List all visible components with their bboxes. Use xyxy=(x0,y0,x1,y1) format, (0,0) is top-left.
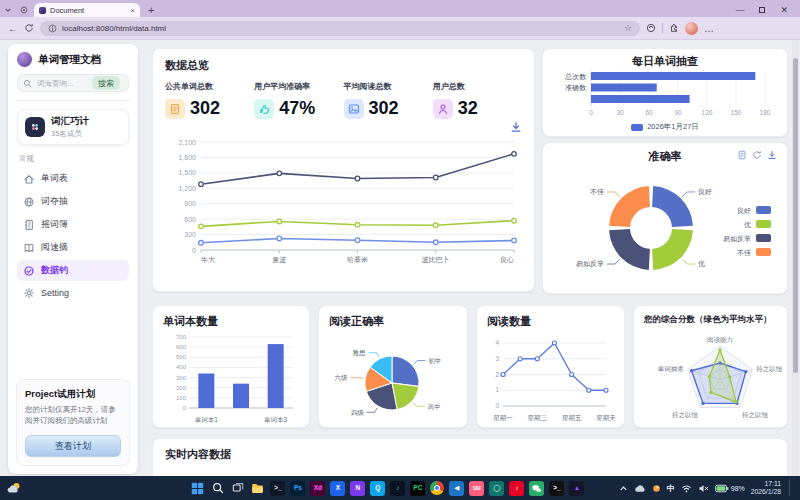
search-input[interactable] xyxy=(35,78,89,89)
realtime-data-card: 实时内容数据 雅思雅思雅思 xyxy=(152,438,788,476)
search-button[interactable]: 搜索 xyxy=(92,76,120,90)
trial-card: Project试用计划 您的计划仅离开12天，请参阅并订阅我们的高级计划 查看计… xyxy=(16,379,130,466)
svg-text:0: 0 xyxy=(183,405,187,411)
new-tab-button[interactable]: + xyxy=(144,3,158,17)
start-button-icon[interactable] xyxy=(190,481,205,496)
app-ring-icon[interactable]: ◯ xyxy=(489,481,504,496)
daily-quiz-chart: 0306090120150180总次数准确数 xyxy=(553,69,777,121)
show-desktop-button[interactable] xyxy=(787,479,790,497)
svg-text:200: 200 xyxy=(176,385,187,391)
copilot-icon[interactable] xyxy=(646,23,656,33)
stat-label: 用户总数 xyxy=(433,81,522,92)
sidebar-item-Setting[interactable]: Setting xyxy=(17,283,129,303)
taskbar: >_PsXdXNQ♪PC◀uu◯♪>_▲ 中98%17:112026/1/28 xyxy=(0,476,800,500)
svg-text:持之以恒: 持之以恒 xyxy=(742,411,769,419)
terminal-app-icon[interactable]: >_ xyxy=(270,481,285,496)
daily-quiz-title: 每日单词抽查 xyxy=(553,54,777,69)
url-text: localhost:8080/html/data.html xyxy=(62,24,619,33)
save-image-icon[interactable] xyxy=(767,150,777,160)
sidebar-item-阅速摘[interactable]: 阅速摘 xyxy=(17,237,129,258)
view-plan-button[interactable]: 查看计划 xyxy=(25,435,121,457)
sidebar-item-label: 阅速摘 xyxy=(41,241,68,254)
app-a-icon[interactable]: ▲ xyxy=(569,481,584,496)
adobe-xd-icon[interactable]: Xd xyxy=(310,481,325,496)
app-x-icon[interactable]: X xyxy=(330,481,345,496)
download-icon[interactable] xyxy=(510,121,522,134)
back-button[interactable]: ← xyxy=(8,23,18,34)
battery-icon[interactable]: 98% xyxy=(715,484,745,493)
site-info-icon[interactable] xyxy=(48,24,57,33)
taskbar-clock[interactable]: 17:112026/1/28 xyxy=(751,480,781,497)
svg-text:初中: 初中 xyxy=(429,357,442,364)
workspaces-icon[interactable] xyxy=(16,3,32,17)
svg-text:180: 180 xyxy=(760,109,771,116)
tray-time: 17:11 xyxy=(764,480,781,488)
overview-card: 数据总览 公共单词总数302用户平均准确率47%平均阅读总数302用户总数32 … xyxy=(152,48,535,292)
netease-music-icon[interactable]: ♪ xyxy=(509,481,524,496)
stat-label: 用户平均准确率 xyxy=(254,81,343,92)
browser-tab[interactable]: Document × xyxy=(34,3,140,17)
tab-close-icon[interactable]: × xyxy=(130,6,135,15)
svg-text:持之以恒: 持之以恒 xyxy=(672,411,699,419)
scrollbar-thumb[interactable] xyxy=(793,58,798,373)
wifi-icon[interactable] xyxy=(681,484,692,493)
vscode-icon[interactable]: ◀ xyxy=(449,481,464,496)
qq-icon[interactable]: Q xyxy=(370,481,385,496)
overview-line-chart: 03006009001,2001,5001,8002,100牛大曼波哈基米波比巴… xyxy=(165,134,522,274)
tab-search-chevron-icon[interactable] xyxy=(0,3,16,17)
menu-dots-icon[interactable]: … xyxy=(704,23,714,34)
restore-button[interactable] xyxy=(759,6,765,15)
stat-用户平均准确率: 用户平均准确率47% xyxy=(254,81,343,119)
refresh-chart-icon[interactable] xyxy=(752,150,762,160)
task-view-icon[interactable] xyxy=(230,481,245,496)
data-view-icon[interactable] xyxy=(737,150,747,160)
wechat-icon[interactable] xyxy=(529,481,544,496)
address-bar[interactable]: localhost:8080/html/data.html ☆ xyxy=(40,21,640,36)
sidebar-item-摇词簿[interactable]: 摇词簿 xyxy=(17,214,129,235)
onedrive-icon[interactable] xyxy=(634,484,646,493)
svg-text:60: 60 xyxy=(645,109,653,116)
search-icon xyxy=(23,79,32,88)
pycharm-icon[interactable]: PC xyxy=(410,481,425,496)
profile-avatar[interactable] xyxy=(685,22,698,35)
team-card[interactable]: 词汇巧计 35名成员 xyxy=(17,109,129,145)
gear-icon xyxy=(23,287,35,299)
page-scrollbar[interactable] xyxy=(792,40,799,476)
sidebar-item-label: Setting xyxy=(41,288,69,298)
svg-text:星期一: 星期一 xyxy=(493,414,513,421)
minimize-button[interactable]: — xyxy=(735,6,744,15)
svg-text:2,100: 2,100 xyxy=(178,139,196,146)
volume-muted-icon[interactable] xyxy=(698,484,709,493)
cmd-icon[interactable]: >_ xyxy=(549,481,564,496)
score-radar-chart: 阅读能力持之以恒持之以恒持之以恒单词抽查 xyxy=(644,326,777,425)
svg-text:1,800: 1,800 xyxy=(178,154,196,161)
svg-text:易如反掌: 易如反掌 xyxy=(576,260,604,268)
app-n-icon[interactable]: N xyxy=(350,481,365,496)
close-button[interactable]: ✕ xyxy=(780,6,788,15)
svg-text:牛大: 牛大 xyxy=(201,256,215,264)
ime-indicator[interactable]: 中 xyxy=(667,483,675,494)
photoshop-icon[interactable]: Ps xyxy=(290,481,305,496)
svg-text:300: 300 xyxy=(176,375,187,381)
tab-title: Document xyxy=(50,6,126,15)
sidebar-item-label: 单词表 xyxy=(41,172,68,185)
sidebar-item-词夺抽[interactable]: 词夺抽 xyxy=(17,191,129,212)
app-uu-icon[interactable]: uu xyxy=(469,481,484,496)
music-app-icon[interactable]: ♪ xyxy=(390,481,405,496)
tray-chevron-icon[interactable] xyxy=(619,484,628,493)
bookmark-star-icon[interactable]: ☆ xyxy=(624,23,632,33)
svg-text:良好: 良好 xyxy=(698,188,712,196)
chrome-icon[interactable] xyxy=(430,481,444,495)
extensions-icon[interactable] xyxy=(669,23,679,33)
daily-quiz-legend[interactable]: 2026年1月27日 xyxy=(553,122,777,132)
tray-app-icon[interactable] xyxy=(652,484,661,493)
overview-title: 数据总览 xyxy=(165,58,522,73)
open-book-icon xyxy=(23,242,35,254)
taskbar-search-icon[interactable] xyxy=(210,481,225,496)
team-icon xyxy=(25,117,45,137)
sidebar-item-单词表[interactable]: 单词表 xyxy=(17,168,129,189)
refresh-button[interactable] xyxy=(24,23,34,33)
sidebar-item-数据钓[interactable]: 数据钓 xyxy=(17,260,129,281)
weather-icon[interactable] xyxy=(6,481,22,495)
file-explorer-icon[interactable] xyxy=(250,481,265,496)
